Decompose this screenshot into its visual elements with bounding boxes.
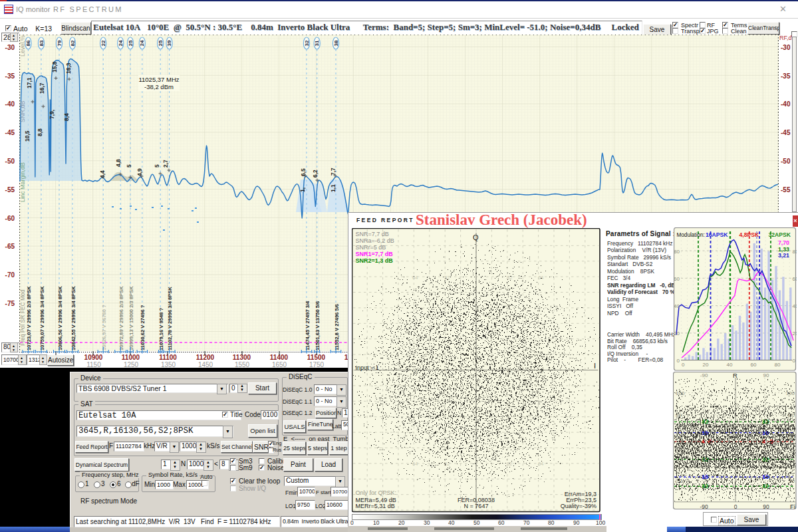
svg-text:SNR=7,7 dB: SNR=7,7 dB — [356, 231, 389, 237]
svg-text:6,2: 6,2 — [312, 170, 319, 178]
svg-text:32APSK: 32APSK — [769, 231, 791, 238]
svg-text:1,1: 1,1 — [330, 184, 336, 192]
svg-text:Fi: Fi — [790, 503, 795, 510]
svg-text:10999,13 V 15000 2/3 8PSK: 10999,13 V 15000 2/3 8PSK — [128, 286, 134, 350]
svg-text:2,7: 2,7 — [162, 160, 169, 168]
svg-text:N = 7647: N = 7647 — [464, 503, 489, 509]
svg-text:4,8: 4,8 — [115, 159, 122, 167]
svg-text:16,3: 16,3 — [65, 63, 72, 74]
svg-text:-38,2 dBm: -38,2 dBm — [144, 83, 174, 90]
svg-text:7,70: 7,70 — [778, 239, 789, 246]
svg-text:5: 5 — [126, 164, 132, 168]
svg-text:SNRa=-6,2 dB: SNRa=-6,2 dB — [356, 237, 394, 244]
svg-text:Freq Pol SR FEC Mod: Freq Pol SR FEC Mod — [19, 289, 26, 346]
svg-text:7,9,: 7,9, — [49, 110, 55, 119]
svg-text:Modulation:: Modulation: — [677, 232, 705, 238]
svg-text:SNR2=1,3 dB: SNR2=1,3 dB — [356, 257, 394, 264]
svg-text:MERr=5,31 dB: MERr=5,31 dB — [356, 503, 395, 509]
svg-text:-90: -90 — [700, 503, 708, 510]
svg-text:40: 40 — [793, 303, 797, 309]
svg-text:10,5: 10,5 — [24, 130, 31, 142]
svg-text:8,4: 8,4 — [63, 113, 70, 121]
svg-text:86: 86 — [25, 40, 31, 46]
svg-text:10842,55 V 29996 3/4 8PSK: 10842,55 V 29996 3/4 8PSK — [70, 286, 76, 350]
svg-text:11552,8 V 27496 5/6: 11552,8 V 27496 5/6 — [334, 304, 340, 350]
svg-text:40: 40 — [727, 362, 733, 368]
svg-text:90: 90 — [763, 372, 769, 378]
svg-text:60: 60 — [751, 362, 757, 368]
svg-text:40: 40 — [674, 303, 680, 309]
svg-text:0: 0 — [682, 362, 685, 368]
svg-text:16,7: 16,7 — [39, 82, 45, 94]
svg-text:8,8: 8,8 — [37, 128, 43, 136]
svg-text:16APSK: 16APSK — [706, 231, 728, 238]
svg-text:3,21: 3,21 — [778, 252, 789, 259]
svg-text:Linc Margin,dB: Linc Margin,dB — [19, 162, 26, 202]
svg-text:Quality=-39%: Quality=-39% — [561, 503, 597, 509]
svg-text:20: 20 — [793, 331, 797, 336]
svg-text:Q: Q — [473, 233, 479, 241]
svg-text:24: 24 — [118, 40, 124, 46]
svg-text:11501,63 V 13750 5/6: 11501,63 V 13750 5/6 — [315, 301, 321, 350]
svg-text:80: 80 — [793, 249, 797, 255]
svg-text:82: 82 — [70, 40, 76, 46]
svg-text:60: 60 — [674, 276, 680, 282]
svg-text:17,1: 17,1 — [26, 77, 33, 88]
svg-text:31: 31 — [314, 40, 320, 46]
svg-text:R: R — [733, 372, 737, 379]
svg-text:1,33: 1,33 — [778, 246, 789, 253]
svg-text:39: 39 — [166, 40, 172, 46]
svg-text:10972,89 V 29996 2/3 8PSK: 10972,89 V 29996 2/3 8PSK — [118, 286, 124, 350]
svg-text:20: 20 — [703, 362, 709, 368]
svg-text:11474,45 V 27497 3/4: 11474,45 V 27497 3/4 — [305, 301, 311, 350]
svg-text:0: 0 — [677, 358, 680, 364]
svg-text:60: 60 — [793, 276, 797, 282]
svg-text:90: 90 — [763, 503, 769, 510]
svg-text:80: 80 — [674, 249, 680, 255]
svg-text:5: 5 — [154, 164, 160, 168]
svg-text:10759,07 V 29996 3/4 8PSK: 10759,07 V 29996 3/4 8PSK — [39, 286, 45, 350]
svg-text:Only for QPSK:: Only for QPSK: — [356, 489, 397, 496]
svg-text:11079,16 V 9548 ?: 11079,16 V 9548 ? — [158, 307, 164, 350]
svg-text:11025,37 MHz: 11025,37 MHz — [138, 76, 179, 83]
svg-text:4,8PSK: 4,8PSK — [739, 231, 759, 238]
svg-text:10723,07 V 29996 2/3 8PSK: 10723,07 V 29996 2/3 8PSK — [26, 286, 32, 350]
svg-text:11030,62 V 27496 ?: 11030,62 V 27496 ? — [140, 305, 146, 350]
svg-text:25: 25 — [158, 40, 164, 46]
svg-text:Input = 1: Input = 1 — [356, 364, 379, 371]
svg-text:11102,78 V 29996 3/4 8PSK: 11102,78 V 29996 3/4 8PSK — [167, 287, 173, 350]
svg-text:10926,97 V 56780 ?: 10926,97 V 56780 ? — [101, 305, 107, 350]
svg-text:0: 0 — [793, 358, 796, 364]
svg-text:SNR,dB: SNR,dB — [19, 100, 26, 122]
svg-text:22: 22 — [100, 40, 106, 46]
svg-text:Level,%: Level,% — [19, 35, 26, 57]
svg-text:38: 38 — [333, 40, 339, 46]
svg-text:-90: -90 — [700, 372, 708, 378]
svg-text:0: 0 — [734, 503, 737, 510]
svg-text:80: 80 — [775, 362, 781, 368]
svg-text:SNRr=5 dB: SNRr=5 dB — [356, 244, 386, 251]
svg-text:25: 25 — [128, 40, 134, 46]
svg-text:83: 83 — [39, 40, 45, 46]
svg-text:15,8: 15,8 — [51, 61, 58, 72]
svg-text:24: 24 — [139, 40, 145, 46]
svg-text:79: 79 — [57, 40, 63, 46]
svg-text:SNR1=7,7 dB: SNR1=7,7 dB — [356, 251, 394, 257]
svg-text:20: 20 — [674, 331, 680, 336]
svg-text:I: I — [594, 362, 596, 370]
svg-text:1,: 1, — [299, 188, 306, 192]
svg-text:32: 32 — [304, 40, 310, 46]
svg-text:10806,56 V 29996 3/4 8PSK: 10806,56 V 29996 3/4 8PSK — [57, 286, 63, 350]
